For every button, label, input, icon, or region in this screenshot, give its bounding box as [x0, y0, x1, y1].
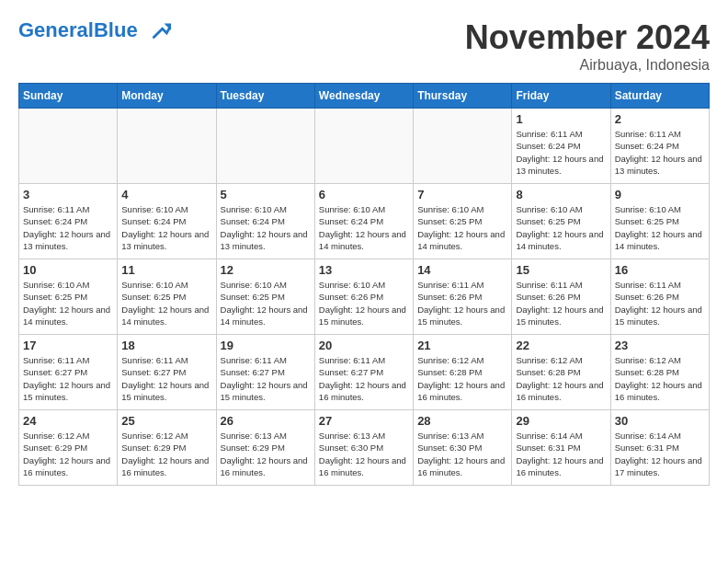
calendar-header-tuesday: Tuesday	[216, 84, 314, 109]
day-info: Sunrise: 6:14 AM Sunset: 6:31 PM Dayligh…	[615, 430, 705, 478]
day-info: Sunrise: 6:10 AM Sunset: 6:25 PM Dayligh…	[615, 203, 705, 252]
calendar-header-row: SundayMondayTuesdayWednesdayThursdayFrid…	[19, 84, 710, 109]
day-number: 2	[615, 112, 705, 126]
day-info: Sunrise: 6:12 AM Sunset: 6:28 PM Dayligh…	[516, 354, 606, 403]
day-info: Sunrise: 6:10 AM Sunset: 6:25 PM Dayligh…	[23, 279, 113, 327]
calendar-header-wednesday: Wednesday	[314, 84, 413, 109]
calendar-cell	[19, 109, 118, 184]
day-number: 13	[319, 263, 409, 277]
day-number: 14	[417, 263, 507, 277]
day-info: Sunrise: 6:10 AM Sunset: 6:25 PM Dayligh…	[516, 203, 606, 252]
day-number: 28	[417, 414, 507, 428]
title-block: November 2024 Airbuaya, Indonesia	[465, 18, 710, 74]
day-number: 25	[121, 414, 211, 428]
day-number: 23	[615, 339, 705, 352]
calendar-cell: 6Sunrise: 6:10 AM Sunset: 6:24 PM Daylig…	[314, 184, 413, 259]
logo-text: GeneralBlue	[18, 18, 171, 44]
logo-general: General	[18, 18, 94, 41]
calendar-header-friday: Friday	[512, 84, 610, 109]
calendar-table: SundayMondayTuesdayWednesdayThursdayFrid…	[18, 83, 710, 486]
calendar-cell	[314, 109, 413, 184]
day-info: Sunrise: 6:12 AM Sunset: 6:29 PM Dayligh…	[23, 430, 113, 478]
day-number: 19	[221, 339, 311, 352]
calendar-cell: 26Sunrise: 6:13 AM Sunset: 6:29 PM Dayli…	[216, 410, 314, 486]
day-number: 15	[516, 263, 606, 277]
day-info: Sunrise: 6:12 AM Sunset: 6:29 PM Dayligh…	[121, 430, 211, 478]
calendar-cell: 12Sunrise: 6:10 AM Sunset: 6:25 PM Dayli…	[216, 259, 314, 335]
day-number: 3	[23, 188, 113, 201]
day-number: 5	[221, 188, 311, 201]
calendar-cell	[118, 109, 216, 184]
day-number: 30	[615, 414, 705, 428]
day-info: Sunrise: 6:11 AM Sunset: 6:26 PM Dayligh…	[516, 279, 606, 327]
calendar-week-row-1: 1Sunrise: 6:11 AM Sunset: 6:24 PM Daylig…	[19, 109, 710, 184]
calendar-week-row-5: 24Sunrise: 6:12 AM Sunset: 6:29 PM Dayli…	[19, 410, 710, 486]
calendar-header-thursday: Thursday	[414, 84, 512, 109]
calendar-cell: 15Sunrise: 6:11 AM Sunset: 6:26 PM Dayli…	[512, 259, 610, 335]
calendar-cell: 11Sunrise: 6:10 AM Sunset: 6:25 PM Dayli…	[118, 259, 216, 335]
day-number: 6	[319, 188, 409, 201]
calendar-cell: 30Sunrise: 6:14 AM Sunset: 6:31 PM Dayli…	[610, 410, 709, 486]
day-info: Sunrise: 6:11 AM Sunset: 6:26 PM Dayligh…	[417, 279, 507, 327]
calendar-cell: 2Sunrise: 6:11 AM Sunset: 6:24 PM Daylig…	[610, 109, 709, 184]
day-info: Sunrise: 6:11 AM Sunset: 6:27 PM Dayligh…	[221, 354, 311, 403]
calendar-cell: 14Sunrise: 6:11 AM Sunset: 6:26 PM Dayli…	[414, 259, 512, 335]
calendar-week-row-4: 17Sunrise: 6:11 AM Sunset: 6:27 PM Dayli…	[19, 335, 710, 410]
logo-icon	[145, 18, 171, 44]
day-number: 20	[319, 339, 409, 352]
calendar-cell: 27Sunrise: 6:13 AM Sunset: 6:30 PM Dayli…	[314, 410, 413, 486]
calendar-cell: 10Sunrise: 6:10 AM Sunset: 6:25 PM Dayli…	[19, 259, 118, 335]
day-info: Sunrise: 6:13 AM Sunset: 6:30 PM Dayligh…	[319, 430, 409, 478]
day-info: Sunrise: 6:11 AM Sunset: 6:24 PM Dayligh…	[23, 203, 113, 252]
day-number: 16	[615, 263, 705, 277]
day-number: 17	[23, 339, 113, 352]
day-number: 10	[23, 263, 113, 277]
logo-blue: Blue	[94, 18, 138, 41]
calendar-cell	[216, 109, 314, 184]
day-number: 8	[516, 188, 606, 201]
day-info: Sunrise: 6:11 AM Sunset: 6:27 PM Dayligh…	[121, 354, 211, 403]
calendar-cell: 21Sunrise: 6:12 AM Sunset: 6:28 PM Dayli…	[414, 335, 512, 410]
calendar-cell: 18Sunrise: 6:11 AM Sunset: 6:27 PM Dayli…	[118, 335, 216, 410]
logo: GeneralBlue	[18, 18, 171, 44]
day-info: Sunrise: 6:12 AM Sunset: 6:28 PM Dayligh…	[417, 354, 507, 403]
day-number: 18	[121, 339, 211, 352]
calendar-cell: 22Sunrise: 6:12 AM Sunset: 6:28 PM Dayli…	[512, 335, 610, 410]
day-number: 27	[319, 414, 409, 428]
calendar-header-sunday: Sunday	[19, 84, 118, 109]
day-info: Sunrise: 6:10 AM Sunset: 6:25 PM Dayligh…	[121, 279, 211, 327]
day-info: Sunrise: 6:11 AM Sunset: 6:26 PM Dayligh…	[615, 279, 705, 327]
location-subtitle: Airbuaya, Indonesia	[465, 57, 710, 74]
day-info: Sunrise: 6:12 AM Sunset: 6:28 PM Dayligh…	[615, 354, 705, 403]
day-number: 9	[615, 188, 705, 201]
calendar-cell: 5Sunrise: 6:10 AM Sunset: 6:24 PM Daylig…	[216, 184, 314, 259]
calendar-week-row-3: 10Sunrise: 6:10 AM Sunset: 6:25 PM Dayli…	[19, 259, 710, 335]
calendar-header-monday: Monday	[118, 84, 216, 109]
day-number: 21	[417, 339, 507, 352]
day-number: 12	[221, 263, 311, 277]
calendar-cell: 9Sunrise: 6:10 AM Sunset: 6:25 PM Daylig…	[610, 184, 709, 259]
calendar-cell	[414, 109, 512, 184]
calendar-cell: 25Sunrise: 6:12 AM Sunset: 6:29 PM Dayli…	[118, 410, 216, 486]
page-header: GeneralBlue November 2024 Airbuaya, Indo…	[18, 18, 710, 74]
day-info: Sunrise: 6:10 AM Sunset: 6:26 PM Dayligh…	[319, 279, 409, 327]
day-number: 7	[417, 188, 507, 201]
calendar-cell: 28Sunrise: 6:13 AM Sunset: 6:30 PM Dayli…	[414, 410, 512, 486]
calendar-cell: 24Sunrise: 6:12 AM Sunset: 6:29 PM Dayli…	[19, 410, 118, 486]
day-info: Sunrise: 6:10 AM Sunset: 6:24 PM Dayligh…	[221, 203, 311, 252]
calendar-cell: 19Sunrise: 6:11 AM Sunset: 6:27 PM Dayli…	[216, 335, 314, 410]
calendar-cell: 1Sunrise: 6:11 AM Sunset: 6:24 PM Daylig…	[512, 109, 610, 184]
calendar-cell: 7Sunrise: 6:10 AM Sunset: 6:25 PM Daylig…	[414, 184, 512, 259]
calendar-cell: 3Sunrise: 6:11 AM Sunset: 6:24 PM Daylig…	[19, 184, 118, 259]
day-info: Sunrise: 6:11 AM Sunset: 6:24 PM Dayligh…	[516, 128, 606, 177]
day-number: 26	[221, 414, 311, 428]
day-info: Sunrise: 6:13 AM Sunset: 6:29 PM Dayligh…	[221, 430, 311, 478]
day-number: 1	[516, 112, 606, 126]
calendar-cell: 8Sunrise: 6:10 AM Sunset: 6:25 PM Daylig…	[512, 184, 610, 259]
month-title: November 2024	[465, 18, 710, 57]
calendar-header-saturday: Saturday	[610, 84, 709, 109]
calendar-cell: 4Sunrise: 6:10 AM Sunset: 6:24 PM Daylig…	[118, 184, 216, 259]
day-number: 22	[516, 339, 606, 352]
day-info: Sunrise: 6:10 AM Sunset: 6:24 PM Dayligh…	[121, 203, 211, 252]
calendar-cell: 13Sunrise: 6:10 AM Sunset: 6:26 PM Dayli…	[314, 259, 413, 335]
